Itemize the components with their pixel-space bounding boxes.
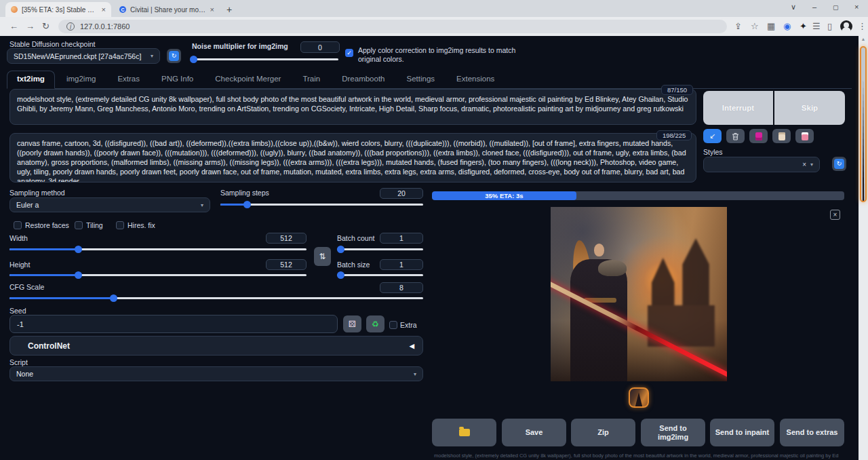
cfg-scale-value[interactable] [380,282,423,293]
restore-button[interactable]: ▢ [833,4,839,11]
swap-dimensions-button[interactable]: ⇅ [314,247,331,266]
hires-fix-checkbox[interactable] [116,221,124,229]
apply-style-button[interactable] [795,129,814,143]
back-icon[interactable]: ← [9,21,18,31]
batch-count-value[interactable] [380,233,423,244]
seed-input[interactable] [9,315,338,333]
noise-multiplier-slider[interactable] [191,56,338,63]
tab-close-icon[interactable]: × [210,5,214,14]
refresh-styles-button[interactable]: ↻ [832,157,846,171]
tab-checkpoint-merger[interactable]: Checkpoint Merger [205,71,291,88]
tab-settings[interactable]: Settings [397,71,446,88]
open-folder-button[interactable] [432,419,496,446]
send-to-inpaint-button[interactable]: Send to inpaint [710,419,774,446]
slider-handle[interactable] [243,201,251,208]
tab-close-icon[interactable]: × [102,5,106,14]
tab-img2img[interactable]: img2img [56,71,106,88]
slider-handle[interactable] [110,294,117,302]
scrollbar-thumb[interactable] [860,46,867,202]
tab-train[interactable]: Train [292,71,330,88]
app-window: [35% ETA: 3s] Stable Diffusion × C Civit… [0,0,868,460]
tiling-checkbox[interactable] [75,221,83,229]
color-correction-label: Apply color correction to img2img result… [358,46,540,64]
styles-dropdown[interactable]: × ▾ [703,157,820,172]
page-scrollbar[interactable]: ▲ [859,35,868,460]
generation-progress-bar: 35% ETA: 3s [432,191,844,200]
random-seed-button[interactable]: ⚄ [343,315,361,332]
window-close-button[interactable]: × [854,3,859,11]
width-value[interactable] [266,233,307,244]
progress-fill: 35% ETA: 3s [432,191,576,200]
slider-handle[interactable] [75,271,82,279]
side-panel-icon[interactable]: ▯ [827,21,832,31]
restore-faces-checkbox[interactable] [14,221,22,229]
clear-styles-icon[interactable]: × [802,161,806,168]
generated-image-preview[interactable] [551,207,727,381]
batch-size-slider[interactable] [337,271,423,279]
height-value[interactable] [266,259,307,270]
reuse-seed-button[interactable]: ♻ [366,315,384,332]
slider-handle[interactable] [190,56,197,63]
send-to-img2img-button[interactable]: Send to img2img [641,419,705,446]
browser-menu-icon[interactable]: ⋮ [858,21,867,31]
color-correction-checkbox[interactable]: ✓ [345,49,353,57]
tab-dreambooth[interactable]: Dreambooth [332,71,395,88]
forward-icon[interactable]: → [26,21,35,31]
main-tab-bar: txt2img img2img Extras PNG Info Checkpoi… [7,71,852,89]
width-slider[interactable] [9,246,307,253]
paste-parameters-button[interactable]: ↙ [703,129,722,143]
clear-prompt-button[interactable] [726,129,745,143]
url-text: 127.0.0.1:7860 [80,22,130,31]
scroll-up-icon[interactable]: ▲ [859,37,868,41]
height-slider[interactable] [9,271,307,279]
reload-icon[interactable]: ↻ [42,21,50,31]
cfg-scale-slider[interactable] [9,294,423,302]
minimize-button[interactable]: – [812,3,816,11]
browser-tab-stable-diffusion[interactable]: [35% ETA: 3s] Stable Diffusion × [5,2,111,17]
skip-button[interactable]: Skip [774,91,845,125]
reading-list-icon[interactable]: ☰ [812,21,821,31]
script-dropdown[interactable]: None ▾ [9,366,423,381]
prompt-textarea[interactable]: modelshoot style, (extremely detailed CG… [9,89,696,125]
chevron-down-icon: ▾ [151,53,153,59]
extra-seed-checkbox[interactable] [389,321,397,329]
batch-size-value[interactable] [380,259,423,270]
extension-blue-icon[interactable]: ◉ [783,21,791,31]
send-to-extras-button[interactable]: Send to extras [780,419,844,446]
noise-multiplier-value[interactable] [300,41,340,53]
sampling-steps-value[interactable] [380,188,423,199]
save-button[interactable]: Save [502,419,566,446]
extensions-puzzle-icon[interactable]: ✦ [800,21,807,31]
tab-extensions[interactable]: Extensions [446,71,505,88]
checkpoint-dropdown[interactable]: SD15NewVAEpruned.ckpt [27a4ac756c] ▾ [7,48,160,64]
controlnet-accordion[interactable]: ControlNet ◀ [9,336,423,356]
slider-handle[interactable] [337,246,344,253]
site-info-icon[interactable]: i [66,22,75,31]
sampling-method-dropdown[interactable]: Euler a ▾ [9,197,210,212]
tab-txt2img[interactable]: txt2img [7,71,55,89]
new-tab-button[interactable]: + [226,4,232,15]
extension-grid-icon[interactable]: ▦ [767,21,775,31]
generation-info-text: modelshoot style, (extremely detailed CG… [434,453,841,460]
bookmark-star-icon[interactable]: ☆ [751,21,759,31]
profile-avatar[interactable] [840,20,852,33]
negative-prompt-textarea[interactable]: canvas frame, cartoon, 3d, ((disfigured)… [9,133,696,183]
tab-png-info[interactable]: PNG Info [151,71,203,88]
tab-search-icon[interactable]: ∨ [791,3,796,12]
interrupt-button[interactable]: Interrupt [703,91,773,125]
save-style-button[interactable] [772,129,791,143]
gallery-thumbnail[interactable] [629,387,649,408]
collapse-arrow-icon: ◀ [410,343,414,349]
slider-handle[interactable] [337,271,344,279]
slider-handle[interactable] [75,246,82,253]
address-bar[interactable]: i 127.0.0.1:7860 [58,20,727,33]
share-icon[interactable]: ⇪ [734,21,742,31]
browser-tab-civitai[interactable]: C Civitai | Share your models × [114,2,220,17]
refresh-checkpoints-button[interactable]: ↻ [167,49,181,63]
extra-networks-button[interactable] [749,129,768,143]
tab-extras[interactable]: Extras [107,71,150,88]
sampling-steps-slider[interactable] [220,201,423,208]
zip-button[interactable]: Zip [571,419,635,446]
batch-count-slider[interactable] [337,246,423,253]
close-preview-button[interactable]: × [830,210,840,220]
